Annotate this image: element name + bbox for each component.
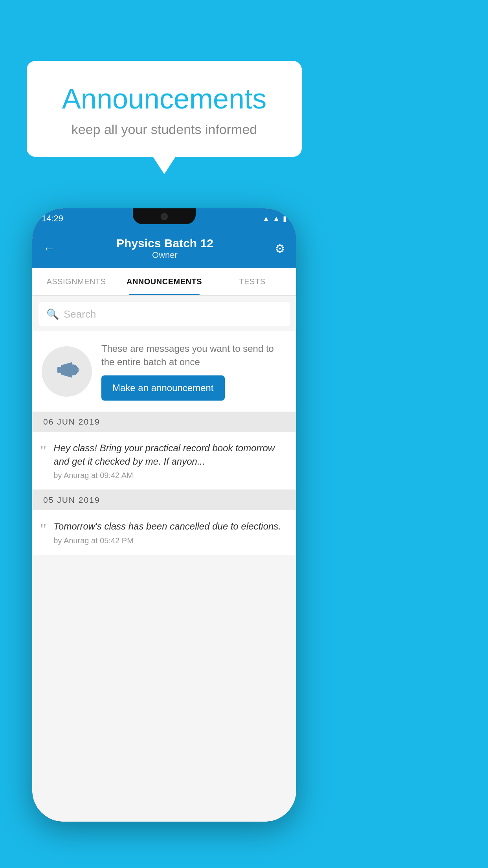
announce-text-1: Hey class! Bring your practical record b… (53, 441, 288, 468)
tabs-bar: ASSIGNMENTS ANNOUNCEMENTS TESTS (32, 268, 296, 296)
announce-icon-circle (42, 346, 92, 397)
announce-message-1: Hey class! Bring your practical record b… (53, 441, 288, 480)
phone-screen: 14:29 ▲ ▲ ▮ ← Physics Batch 12 Owner ⚙ A… (32, 208, 296, 822)
speech-bubble-subtitle: keep all your students informed (50, 122, 278, 137)
announce-message-2: Tomorrow's class has been cancelled due … (53, 520, 288, 545)
battery-icon: ▮ (283, 214, 287, 223)
megaphone-icon (53, 358, 80, 385)
quote-icon-1: " (40, 443, 46, 459)
signal-icon: ▲ (273, 215, 280, 223)
app-bar: ← Physics Batch 12 Owner ⚙ (32, 229, 296, 268)
wifi-icon: ▲ (262, 215, 270, 223)
app-bar-title: Physics Batch 12 Owner (55, 237, 275, 260)
back-button[interactable]: ← (43, 242, 55, 255)
date-divider-2: 05 JUN 2019 (32, 490, 296, 510)
svg-rect-1 (57, 367, 62, 373)
phone-notch (133, 208, 196, 224)
announcement-item-2[interactable]: " Tomorrow's class has been cancelled du… (32, 510, 296, 555)
status-time: 14:29 (42, 213, 63, 224)
content-area: 🔍 Search (32, 296, 296, 822)
announce-text-2: Tomorrow's class has been cancelled due … (53, 520, 288, 533)
tab-announcements[interactable]: ANNOUNCEMENTS (120, 268, 208, 295)
search-icon: 🔍 (46, 308, 59, 320)
announce-meta-1: by Anurag at 09:42 AM (53, 471, 288, 480)
date-divider-1: 06 JUN 2019 (32, 412, 296, 432)
search-bar[interactable]: 🔍 Search (39, 302, 290, 326)
announcement-item-1[interactable]: " Hey class! Bring your practical record… (32, 432, 296, 490)
announce-promo: These are messages you want to send to t… (32, 331, 296, 412)
announce-promo-text: These are messages you want to send to t… (101, 342, 287, 401)
tab-assignments[interactable]: ASSIGNMENTS (32, 268, 120, 295)
announce-meta-2: by Anurag at 05:42 PM (53, 536, 288, 545)
speech-bubble: Announcements keep all your students inf… (27, 61, 302, 157)
speech-bubble-title: Announcements (50, 83, 278, 115)
phone-frame: 14:29 ▲ ▲ ▮ ← Physics Batch 12 Owner ⚙ A… (32, 208, 296, 822)
quote-icon-2: " (40, 521, 46, 537)
status-icons: ▲ ▲ ▮ (262, 214, 287, 223)
camera-dot (161, 213, 168, 220)
batch-role: Owner (55, 250, 275, 260)
settings-icon[interactable]: ⚙ (275, 242, 285, 256)
batch-name: Physics Batch 12 (55, 237, 275, 250)
announce-promo-desc: These are messages you want to send to t… (101, 342, 287, 368)
tab-tests[interactable]: TESTS (208, 268, 296, 295)
make-announcement-button[interactable]: Make an announcement (101, 375, 225, 401)
search-placeholder: Search (64, 308, 96, 320)
